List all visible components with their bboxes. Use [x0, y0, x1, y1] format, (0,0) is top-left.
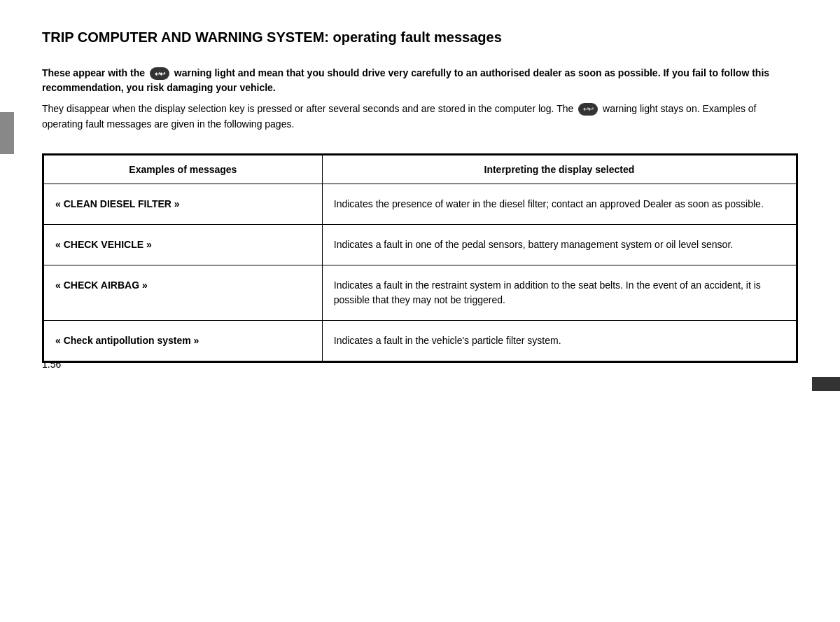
page-container: TRIP COMPUTER AND WARNING SYSTEM: operat…: [0, 0, 840, 391]
table-row: « Check antipollution system »Indicates …: [44, 320, 797, 361]
message-cell: « CHECK AIRBAG »: [44, 265, 323, 320]
fault-messages-table: Examples of messages Interpreting the di…: [42, 153, 798, 363]
page-title: TRIP COMPUTER AND WARNING SYSTEM: operat…: [42, 28, 798, 46]
description-cell: Indicates a fault in the vehicle's parti…: [322, 320, 796, 361]
warning-normal-text: They disappear when the display selectio…: [42, 101, 798, 132]
page-number: 1.56: [42, 359, 61, 370]
warning-section: These appear with the ↩ warning light an…: [42, 66, 798, 132]
message-cell: « CLEAN DIESEL FILTER »: [44, 184, 323, 224]
col1-header: Examples of messages: [44, 155, 323, 184]
table-row: « CHECK AIRBAG »Indicates a fault in the…: [44, 265, 797, 320]
table-row: « CHECK VEHICLE »Indicates a fault in on…: [44, 224, 797, 265]
side-tab: [0, 112, 14, 154]
description-cell: Indicates a fault in the restraint syste…: [322, 265, 796, 320]
table-row: « CLEAN DIESEL FILTER »Indicates the pre…: [44, 184, 797, 224]
warning-light-icon-2: ↩: [578, 103, 598, 116]
warning-light-icon-1: ↩: [150, 67, 169, 80]
warning-bold-text: These appear with the ↩ warning light an…: [42, 66, 798, 95]
col2-header: Interpreting the display selected: [322, 155, 796, 184]
message-cell: « Check antipollution system »: [44, 320, 323, 361]
bottom-bar-decoration: [812, 377, 840, 391]
description-cell: Indicates the presence of water in the d…: [322, 184, 796, 224]
message-cell: « CHECK VEHICLE »: [44, 224, 323, 265]
description-cell: Indicates a fault in one of the pedal se…: [322, 224, 796, 265]
